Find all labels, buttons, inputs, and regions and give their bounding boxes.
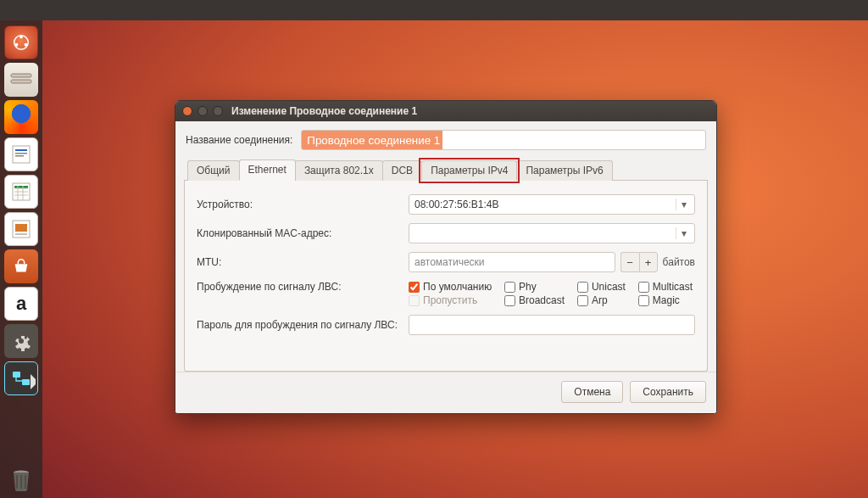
checkbox-icon[interactable] [638, 295, 649, 306]
dialog-titlebar[interactable]: Изменение Проводное соединение 1 [175, 101, 716, 121]
device-value: 08:00:27:56:B1:4B [415, 199, 498, 210]
tab-page-ethernet: Устройство: 08:00:27:56:B1:4B ▾ Клониров… [184, 181, 708, 372]
cancel-button[interactable]: Отмена [561, 381, 623, 403]
libreoffice-impress-icon[interactable] [4, 212, 38, 246]
mtu-label: MTU: [197, 256, 409, 268]
libreoffice-writer-icon[interactable] [4, 137, 38, 171]
tab-strip: Общий Ethernet Защита 802.1x DCB Парамет… [184, 159, 708, 181]
mtu-unit-label: байтов [663, 256, 695, 268]
window-minimize-button[interactable] [198, 106, 208, 116]
checkbox-icon[interactable] [409, 282, 420, 293]
cloned-mac-label: Клонированный MAC-адрес: [197, 227, 409, 239]
window-maximize-button[interactable] [213, 106, 223, 116]
network-settings-icon[interactable] [4, 361, 38, 395]
tab-ipv4[interactable]: Параметры IPv4 [421, 160, 517, 181]
checkbox-icon[interactable] [577, 295, 588, 306]
tab-ethernet[interactable]: Ethernet [239, 159, 296, 181]
checkbox-icon[interactable] [504, 295, 515, 306]
wol-password-label: Пароль для пробуждения по сигналу ЛВС: [197, 319, 409, 331]
tab-8021x[interactable]: Защита 802.1x [295, 160, 383, 181]
svg-rect-8 [15, 153, 27, 154]
svg-rect-10 [13, 183, 30, 200]
connection-name-label: Название соединения: [186, 134, 292, 146]
svg-rect-7 [15, 149, 27, 151]
top-panel [0, 0, 868, 20]
dash-icon[interactable] [4, 25, 38, 59]
mtu-increment-button[interactable]: + [639, 252, 658, 272]
dialog-footer: Отмена Сохранить [175, 372, 716, 413]
chevron-down-icon: ▾ [676, 227, 691, 239]
svg-rect-12 [13, 221, 30, 238]
wol-label: Пробуждение по сигналу ЛВС: [197, 281, 409, 293]
system-settings-icon[interactable] [4, 324, 38, 358]
wol-password-input[interactable] [409, 315, 695, 335]
tab-general[interactable]: Общий [187, 160, 240, 181]
svg-rect-6 [13, 146, 30, 163]
files-icon[interactable] [4, 63, 38, 97]
device-label: Устройство: [197, 199, 409, 210]
checkbox-icon [409, 295, 420, 306]
wol-checkbox-group: По умолчанию Phy Unicast Multicast [409, 281, 695, 306]
wol-unicast-checkbox[interactable]: Unicast [577, 281, 628, 293]
edit-connection-dialog: Изменение Проводное соединение 1 Названи… [175, 100, 717, 414]
device-combo[interactable]: 08:00:27:56:B1:4B ▾ [409, 194, 695, 215]
connection-name-input[interactable] [301, 130, 706, 150]
mtu-input[interactable] [409, 252, 615, 272]
svg-point-18 [14, 471, 29, 475]
wol-ignore-checkbox: Пропустить [409, 294, 494, 306]
svg-rect-13 [15, 224, 27, 232]
window-close-button[interactable] [182, 106, 192, 116]
svg-rect-5 [11, 80, 31, 83]
wol-default-checkbox[interactable]: По умолчанию [409, 281, 494, 293]
libreoffice-calc-icon[interactable] [4, 175, 38, 209]
dialog-title: Изменение Проводное соединение 1 [231, 105, 417, 117]
wol-magic-checkbox[interactable]: Magic [638, 294, 695, 306]
cloned-mac-combo[interactable]: ▾ [409, 223, 695, 243]
checkbox-icon[interactable] [577, 282, 588, 293]
firefox-icon[interactable] [4, 100, 38, 134]
svg-point-0 [14, 36, 29, 50]
tab-dcb[interactable]: DCB [382, 160, 422, 181]
wol-broadcast-checkbox[interactable]: Broadcast [504, 294, 567, 306]
wol-multicast-checkbox[interactable]: Multicast [638, 281, 695, 293]
mtu-decrement-button[interactable]: − [620, 252, 639, 272]
software-center-icon[interactable] [4, 249, 38, 283]
checkbox-icon[interactable] [638, 282, 649, 293]
svg-point-3 [15, 43, 19, 47]
svg-point-1 [19, 36, 23, 39]
checkbox-icon[interactable] [504, 282, 515, 293]
mtu-stepper: − + [620, 252, 658, 272]
save-button[interactable]: Сохранить [630, 381, 706, 403]
svg-point-2 [25, 43, 28, 47]
svg-rect-14 [15, 233, 27, 235]
wol-phy-checkbox[interactable]: Phy [504, 281, 567, 293]
unity-launcher: a [0, 20, 42, 498]
svg-rect-4 [11, 74, 31, 77]
svg-rect-16 [13, 372, 20, 378]
amazon-icon[interactable]: a [4, 287, 38, 321]
trash-icon[interactable] [4, 464, 38, 498]
wol-arp-checkbox[interactable]: Arp [577, 294, 628, 306]
svg-rect-17 [22, 379, 30, 385]
svg-rect-9 [15, 155, 24, 157]
chevron-down-icon: ▾ [676, 199, 691, 210]
svg-rect-11 [14, 186, 28, 188]
tab-ipv6[interactable]: Параметры IPv6 [516, 160, 612, 181]
svg-point-15 [19, 339, 24, 344]
